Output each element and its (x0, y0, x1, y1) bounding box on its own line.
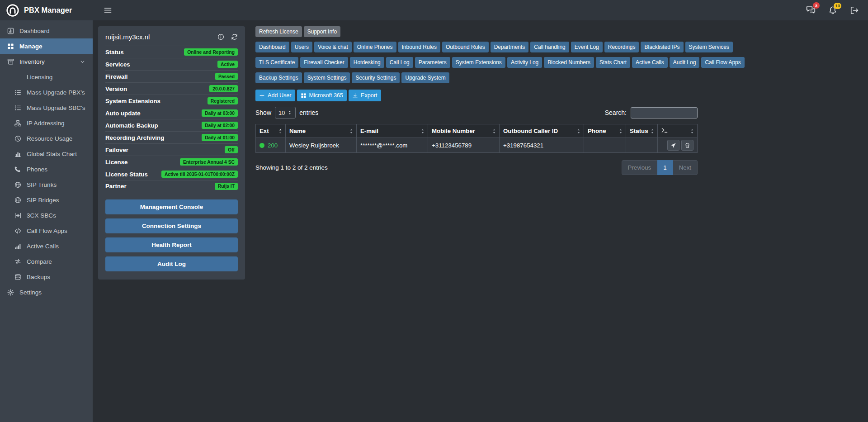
tab-dashboard[interactable]: Dashboard (255, 42, 289, 52)
tab-call-log[interactable]: Call Log (386, 57, 413, 68)
messages-button[interactable]: 3 (806, 5, 816, 15)
cell-phone (584, 138, 626, 153)
column-header-ext[interactable]: Ext (256, 124, 286, 138)
refresh-license-button[interactable]: Refresh License (255, 26, 302, 37)
column-header-mobile-number[interactable]: Mobile Number (428, 124, 500, 138)
grid-icon (6, 43, 14, 50)
status-badge: Passed (215, 73, 238, 80)
connection-settings-button[interactable]: Connection Settings (105, 218, 238, 233)
tab-security-settings[interactable]: Security Settings (352, 72, 400, 83)
cell-mobile-number: +31123456789 (428, 138, 500, 153)
search-input[interactable] (631, 107, 698, 119)
sidebar-item-label: Mass Upgrade PBX's (27, 89, 85, 96)
select-arrows-icon (288, 110, 292, 115)
tab-blocked-numbers[interactable]: Blocked Numbers (544, 57, 594, 68)
logout-button[interactable] (850, 6, 859, 15)
main-area: 3 13 ruijsit.my3cx.nl (93, 0, 868, 422)
column-header-phone[interactable]: Phone (584, 124, 626, 138)
tab-firewall-checker[interactable]: Firewall Checker (300, 57, 348, 68)
sidebar-item-global-stats-chart[interactable]: Global Stats Chart (0, 146, 93, 161)
page-size-select[interactable]: 10 (275, 107, 296, 119)
tab-inbound-rules[interactable]: Inbound Rules (398, 42, 440, 52)
tab-users[interactable]: Users (291, 42, 312, 52)
audit-log-button[interactable]: Audit Log (105, 256, 238, 271)
sidebar-item-licensing[interactable]: Licensing (0, 69, 93, 85)
menu-icon (104, 6, 112, 14)
trash-button[interactable] (681, 140, 693, 151)
download-icon (352, 93, 358, 99)
tab-system-settings[interactable]: System Settings (304, 72, 350, 83)
notifications-button[interactable]: 13 (828, 6, 837, 15)
tab-blacklisted-ips[interactable]: Blacklisted IPs (641, 42, 683, 52)
tab-activity-log[interactable]: Activity Log (507, 57, 542, 68)
button-label: Export (361, 92, 377, 99)
tab-audit-log[interactable]: Audit Log (670, 57, 700, 68)
tab-system-extensions[interactable]: System Extensions (452, 57, 505, 68)
tab-hotdesking[interactable]: Hotdesking (350, 57, 384, 68)
sidebar-item-mass-upgrade-sbc-s[interactable]: Mass Upgrade SBC's (0, 100, 93, 115)
app-root: PBX Manager DashboardManageInventoryLice… (0, 0, 868, 422)
pagination-1[interactable]: 1 (657, 160, 673, 175)
sidebar-item-inventory[interactable]: Inventory (0, 54, 93, 69)
sidebar-item-resource-usage[interactable]: Resource Usage (0, 131, 93, 146)
tab-backup-settings[interactable]: Backup Settings (255, 72, 302, 83)
export-button[interactable]: Export (349, 90, 381, 101)
sidebar-item-3cx-sbcs[interactable]: 3CX SBCs (0, 208, 93, 223)
sidebar-item-call-flow-apps[interactable]: Call Flow Apps (0, 223, 93, 238)
column-header-outbound-caller-id[interactable]: Outbound Caller ID (500, 124, 584, 138)
microsoft-365-button[interactable]: Microsoft 365 (297, 90, 347, 101)
sidebar-item-compare[interactable]: Compare (0, 254, 93, 269)
management-console-button[interactable]: Management Console (105, 199, 238, 214)
tab-system-services[interactable]: System Services (685, 42, 733, 52)
tab-departments[interactable]: Departments (491, 42, 529, 52)
tab-outbound-rules[interactable]: Outbound Rules (442, 42, 489, 52)
status-badge: Active till 2035-01-01T00:00:00Z (161, 171, 238, 178)
tab-voice-chat[interactable]: Voice & chat (314, 42, 352, 52)
column-label: Outbound Caller ID (503, 128, 558, 134)
column-header-actions[interactable] (658, 124, 698, 138)
tab-active-calls[interactable]: Active Calls (632, 57, 668, 68)
refresh-button[interactable] (231, 33, 238, 40)
sidebar-item-mass-upgrade-pbx-s[interactable]: Mass Upgrade PBX's (0, 85, 93, 100)
health-report-button[interactable]: Health Report (105, 237, 238, 252)
sidebar-item-label: Compare (27, 258, 52, 265)
sidebar-item-sip-bridges[interactable]: SIP Bridges (0, 192, 93, 208)
sidebar-item-sip-trunks[interactable]: SIP Trunks (0, 177, 93, 192)
tab-parameters[interactable]: Parameters (415, 57, 450, 68)
support-info-button[interactable]: Support Info (304, 26, 340, 37)
sidebar-item-label: 3CX SBCs (27, 212, 56, 219)
sort-icon (689, 128, 695, 134)
pagination-next[interactable]: Next (673, 160, 698, 175)
send-button[interactable] (667, 140, 679, 151)
add-user-button[interactable]: Add User (255, 90, 295, 101)
tab-event-log[interactable]: Event Log (571, 42, 603, 52)
tab-recordings[interactable]: Recordings (604, 42, 639, 52)
tab-stats-chart[interactable]: Stats Chart (596, 57, 630, 68)
sidebar-item-dashboard[interactable]: Dashboard (0, 23, 93, 38)
status-badge: Active (217, 61, 238, 68)
online-status-dot (259, 143, 264, 148)
sidebar-item-active-calls[interactable]: Active Calls (0, 238, 93, 254)
sidebar-item-label: Phones (27, 166, 47, 173)
sidebar-toggle-button[interactable] (104, 6, 112, 14)
column-header-name[interactable]: Name (286, 124, 357, 138)
sitemap-icon (14, 120, 22, 127)
sidebar-item-backups[interactable]: Backups (0, 269, 93, 284)
page-size-value: 10 (278, 109, 285, 116)
sidebar-item-phones[interactable]: Phones (0, 161, 93, 177)
pagination-previous[interactable]: Previous (622, 160, 658, 175)
extension-link[interactable]: 200 (268, 142, 278, 149)
column-header-status[interactable]: Status (626, 124, 658, 138)
tab-call-handling[interactable]: Call handling (530, 42, 569, 52)
sidebar-item-settings[interactable]: Settings (0, 284, 93, 300)
column-header-e-mail[interactable]: E-mail (357, 124, 428, 138)
sidebar-item-manage[interactable]: Manage (0, 38, 93, 54)
sidebar-item-ip-addressing[interactable]: IP Addressing (0, 115, 93, 131)
tab-online-phones[interactable]: Online Phones (354, 42, 396, 52)
tab-upgrade-system[interactable]: Upgrade System (401, 72, 449, 83)
app-brand[interactable]: PBX Manager (0, 0, 93, 20)
info-button[interactable] (217, 33, 224, 40)
status-row-version: Version20.0.0.827 (105, 82, 238, 95)
tab-call-flow-apps[interactable]: Call Flow Apps (701, 57, 744, 68)
tab-tls-certificate[interactable]: TLS Certificate (255, 57, 298, 68)
